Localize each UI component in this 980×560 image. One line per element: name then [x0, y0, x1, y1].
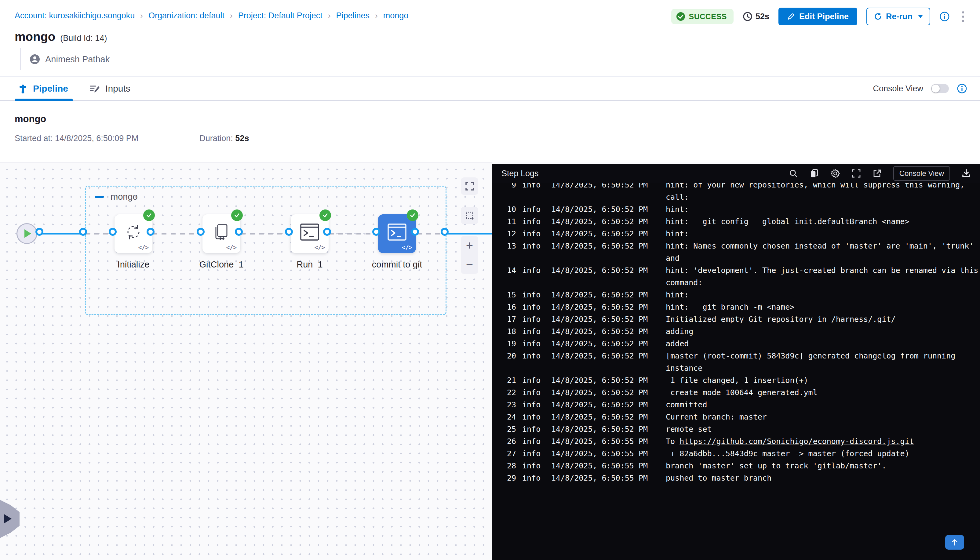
log-level: info [522, 265, 545, 277]
rerun-button[interactable]: Re-run [867, 8, 930, 25]
log-line: 26info14/8/2025, 6:50:55 PMTo https://gi… [501, 435, 977, 448]
console-view-button[interactable]: Console View [893, 166, 950, 181]
connector-port[interactable] [323, 228, 331, 236]
selection-mode-button[interactable] [461, 207, 478, 224]
duration-indicator: 52s [743, 12, 769, 22]
log-timestamp: 14/8/2025, 6:50:52 PM [551, 215, 652, 228]
log-line-number: 19 [501, 338, 516, 350]
zoom-in-button[interactable]: + [466, 241, 473, 250]
breadcrumb-item[interactable]: Project: Default Project [238, 11, 322, 20]
console-view-label: Console View [873, 84, 923, 93]
refresh-icon [874, 12, 882, 21]
log-message: adding [666, 325, 693, 338]
connector-port[interactable] [411, 228, 419, 236]
connector-port[interactable] [79, 228, 87, 236]
log-level: info [522, 399, 545, 411]
log-line-number: 18 [501, 325, 516, 338]
code-glyph: </> [226, 244, 237, 251]
author-box: Animesh Pathak [20, 48, 110, 70]
fullscreen-icon[interactable] [852, 169, 861, 178]
step-node-initialize[interactable]: </> [115, 214, 152, 253]
log-output[interactable]: 9info14/8/2025, 6:50:52 PMhint: of your … [492, 183, 980, 560]
settings-gear-icon[interactable] [830, 168, 840, 178]
log-message: create mode 100644 generated.yml [666, 387, 818, 399]
search-icon[interactable] [789, 169, 798, 178]
info-icon[interactable] [939, 11, 950, 22]
step-node-gitclone_1[interactable]: </> [202, 214, 240, 253]
log-timestamp: 14/8/2025, 6:50:52 PM [551, 423, 652, 435]
zoom-controls: + − [461, 236, 478, 274]
log-level: info [522, 215, 545, 228]
log-line: 23info14/8/2025, 6:50:52 PMcommitted [501, 399, 977, 411]
connector-port[interactable] [109, 228, 117, 236]
log-repo-link[interactable]: https://github.com/Sonichigo/economy-dis… [680, 437, 914, 446]
connector-port[interactable] [372, 228, 380, 236]
run-title: mongo [15, 113, 46, 125]
tab-inputs[interactable]: Inputs [90, 83, 130, 94]
step-node-commit-to-git[interactable]: </> [378, 214, 416, 253]
log-level: info [522, 374, 545, 387]
breadcrumb-item[interactable]: Organization: default [148, 11, 225, 20]
connector-port[interactable] [441, 228, 448, 236]
breadcrumb-item[interactable]: mongo [383, 11, 408, 20]
pipeline-canvas[interactable]: mongo </>Initialize</>GitClone_1</>Run_1… [0, 162, 492, 560]
breadcrumb: Account: kurosakiichigo.songoku›Organiza… [15, 11, 408, 20]
collapse-stage-icon[interactable] [95, 196, 104, 198]
log-timestamp: 14/8/2025, 6:50:52 PM [551, 228, 652, 240]
log-message: [master (root-commit) 5843d9c] generated… [666, 350, 955, 374]
open-in-new-icon[interactable] [873, 169, 882, 178]
log-level: info [522, 228, 545, 240]
connector-port[interactable] [147, 228, 155, 236]
console-view-toggle[interactable] [931, 84, 949, 93]
step-logs-panel: Step Logs Console View [492, 164, 980, 560]
edge-connector-dashed [152, 233, 202, 235]
log-line-number: 14 [501, 265, 516, 277]
more-options-menu[interactable] [959, 10, 967, 24]
copy-icon[interactable] [810, 168, 819, 178]
run-duration: Duration: 52s [199, 134, 249, 143]
zoom-out-button[interactable]: − [466, 260, 473, 269]
scroll-to-top-button[interactable] [945, 535, 964, 550]
rerun-label: Re-run [886, 12, 913, 22]
log-message: pushed to master branch [666, 472, 772, 484]
log-line-number: 22 [501, 387, 516, 399]
step-node-run_1[interactable]: </> [291, 214, 328, 253]
info-icon[interactable] [957, 83, 967, 94]
fit-to-screen-button[interactable] [461, 177, 478, 195]
step-node-label: GitClone_1 [182, 260, 261, 270]
log-line-number: 15 [501, 289, 516, 301]
tab-pipeline[interactable]: Pipeline [18, 83, 68, 94]
expand-left-panel-handle[interactable] [0, 500, 20, 538]
edit-pipeline-button[interactable]: Edit Pipeline [778, 8, 857, 25]
user-avatar-icon [29, 54, 40, 65]
log-level: info [522, 460, 545, 472]
log-line-number: 17 [501, 313, 516, 325]
code-glyph: </> [402, 244, 412, 251]
log-line: 25info14/8/2025, 6:50:52 PMremote set [501, 423, 977, 435]
step-logs-title: Step Logs [502, 169, 539, 178]
connector-port[interactable] [35, 228, 43, 236]
breadcrumb-item[interactable]: Account: kurosakiichigo.songoku [15, 11, 135, 20]
log-line-number: 26 [501, 435, 516, 448]
connector-port[interactable] [197, 228, 205, 236]
download-logs-icon[interactable] [962, 168, 971, 178]
log-timestamp: 14/8/2025, 6:50:52 PM [551, 301, 652, 313]
log-message: hint: Names commonly chosen instead of '… [666, 240, 973, 265]
log-line: 10info14/8/2025, 6:50:52 PMhint: [501, 203, 977, 215]
terminal-icon [387, 223, 407, 241]
pipeline-icon [18, 83, 27, 94]
log-line-number: 29 [501, 472, 516, 484]
success-check-icon [231, 210, 243, 221]
breadcrumb-item[interactable]: Pipelines [336, 11, 370, 20]
breadcrumb-separator: › [374, 11, 378, 20]
pipeline-start-node[interactable] [17, 223, 37, 244]
log-timestamp: 14/8/2025, 6:50:52 PM [551, 387, 652, 399]
success-check-icon [407, 210, 418, 221]
log-timestamp: 14/8/2025, 6:50:52 PM [551, 289, 652, 301]
log-timestamp: 14/8/2025, 6:50:52 PM [551, 374, 652, 387]
log-level: info [522, 435, 545, 448]
connector-port[interactable] [235, 228, 243, 236]
connector-port[interactable] [285, 228, 293, 236]
code-glyph: </> [138, 244, 149, 251]
log-level: info [522, 240, 545, 252]
